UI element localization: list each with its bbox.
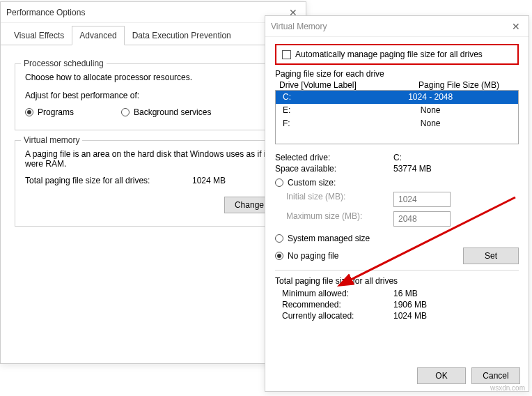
radio-custom-size[interactable] (275, 178, 283, 187)
auto-manage-row-highlight: Automatically manage paging file size fo… (275, 44, 519, 65)
selected-drive-label: Selected drive: (275, 153, 393, 162)
cancel-button[interactable]: Cancel (471, 367, 520, 384)
paging-group-label: Paging file size for each drive (275, 69, 519, 79)
min-allowed-label: Minimum allowed: (275, 289, 393, 298)
min-allowed-value: 16 MB (393, 289, 418, 298)
vmem-total-label: Total paging file size for all drives: (25, 176, 192, 185)
recommended-value: 1906 MB (393, 300, 427, 310)
hdr-drive: Drive [Volume Label] (279, 80, 418, 90)
max-size-label: Maximum size (MB): (275, 211, 393, 227)
perf-pane: Processor scheduling Choose how to alloc… (1, 45, 306, 235)
totals-header: Total paging file size for all drives (275, 276, 519, 286)
auto-manage-checkbox[interactable] (282, 50, 291, 59)
auto-manage-label: Automatically manage paging file size fo… (295, 50, 483, 59)
selected-drive-value: C: (393, 153, 402, 162)
radio-programs-label: Programs (38, 107, 121, 117)
radio-background-label: Background services (134, 107, 211, 117)
close-icon[interactable]: ✕ (509, 21, 523, 32)
tab-advanced[interactable]: Advanced (72, 26, 124, 45)
radio-programs[interactable] (25, 108, 33, 116)
recommended-label: Recommended: (275, 300, 393, 310)
table-row: C:1024 - 2048 (276, 91, 519, 104)
vmem-desc: A paging file is an area on the hard dis… (25, 149, 281, 169)
allocated-label: Currently allocated: (275, 311, 393, 321)
group-title-vmem: Virtual memory (21, 135, 82, 145)
radio-background[interactable] (121, 108, 130, 116)
procsched-adjust-label: Adjust for best performance of: (25, 91, 281, 100)
space-available-value: 53774 MB (393, 164, 432, 174)
initial-size-input[interactable] (393, 192, 451, 207)
radio-custom-label: Custom size: (288, 178, 336, 188)
group-title-procsched: Processor scheduling (21, 59, 107, 68)
initial-size-label: Initial size (MB): (275, 192, 393, 207)
set-button[interactable]: Set (463, 247, 519, 264)
tab-dep[interactable]: Data Execution Prevention (125, 26, 239, 45)
vmem-total-value: 1024 MB (192, 176, 226, 185)
ok-button[interactable]: OK (417, 367, 466, 384)
vmem-titlebar: Virtual Memory ✕ (265, 16, 529, 37)
drive-list[interactable]: C:1024 - 2048 E:None F:None (275, 90, 519, 144)
radio-no-paging-label: No paging file (288, 251, 338, 261)
max-size-input[interactable] (393, 211, 451, 227)
virtual-memory-dialog: Virtual Memory ✕ Automatically manage pa… (265, 15, 529, 392)
perf-tabs: Visual Effects Advanced Data Execution P… (1, 23, 306, 45)
table-row: E:None (276, 104, 519, 117)
procsched-desc: Choose how to allocate processor resourc… (25, 73, 281, 82)
radio-no-paging[interactable] (275, 252, 283, 260)
vmem-title: Virtual Memory (271, 22, 509, 31)
tab-visual-effects[interactable]: Visual Effects (6, 26, 72, 45)
performance-options-window: Performance Options ✕ Visual Effects Adv… (0, 1, 306, 364)
radio-system-managed-label: System managed size (288, 234, 370, 243)
group-processor-scheduling: Processor scheduling Choose how to alloc… (15, 63, 292, 130)
space-available-label: Space available: (275, 164, 393, 174)
perf-title: Performance Options (6, 8, 286, 17)
radio-system-managed[interactable] (275, 234, 283, 243)
hdr-size: Paging File Size (MB) (418, 80, 515, 90)
table-row: F:None (276, 117, 519, 130)
allocated-value: 1024 MB (393, 311, 427, 321)
perf-titlebar: Performance Options ✕ (1, 2, 306, 23)
group-virtual-memory: Virtual memory A paging file is an area … (15, 140, 292, 227)
watermark: wsxdn.com (490, 384, 525, 392)
